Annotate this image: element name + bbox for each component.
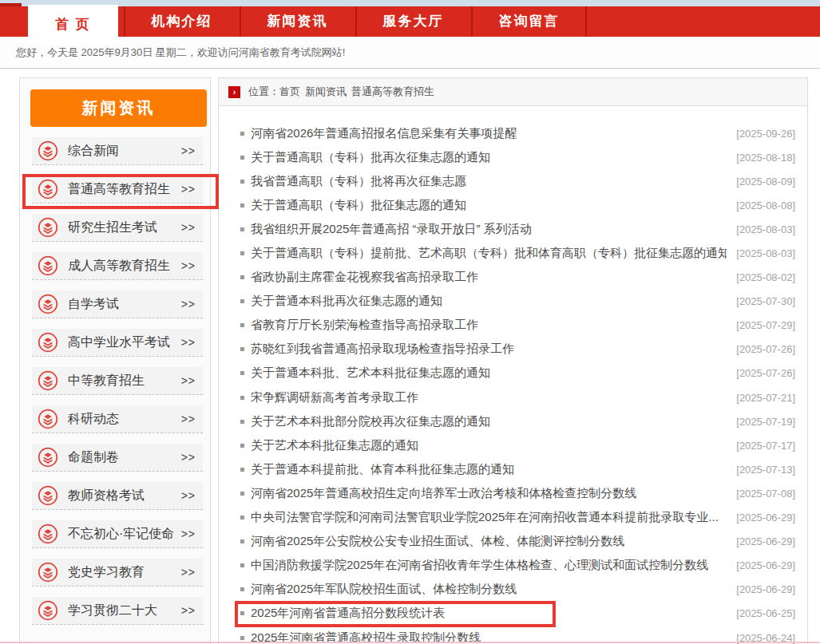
sidebar-item[interactable]: 高中学业水平考试 >> bbox=[32, 329, 203, 357]
main-navigation: 首 页 机构介绍 新闻资讯 服务大厅 咨询留言 bbox=[0, 6, 820, 37]
news-item-date: [2025-06-29] bbox=[736, 512, 795, 523]
news-item-date: [2025-07-08] bbox=[736, 488, 795, 500]
news-item-date: [2025-08-02] bbox=[736, 271, 795, 283]
bullet-icon bbox=[240, 468, 244, 472]
news-item-row: 关于普通高职（专科）批征集志愿的通知 [2025-08-08] bbox=[219, 193, 807, 217]
news-item-title[interactable]: 中央司法警官学院和河南司法警官职业学院2025年在河南招收普通本科提前批录取专业… bbox=[251, 510, 719, 525]
news-item-date: [2025-07-17] bbox=[736, 440, 795, 452]
nav-tab-message[interactable]: 咨询留言 bbox=[473, 6, 585, 37]
sidebar-item[interactable]: 学习贯彻二十大 >> bbox=[32, 597, 203, 625]
news-item-date: [2025-08-18] bbox=[736, 152, 795, 164]
news-item-date: [2025-07-26] bbox=[736, 367, 795, 379]
sidebar-item[interactable]: 研究生招生考试 >> bbox=[32, 214, 203, 242]
sidebar-item[interactable]: 不忘初心·牢记使命 >> bbox=[32, 520, 203, 548]
sidebar-item[interactable]: 中等教育招生 >> bbox=[32, 367, 203, 395]
news-item-title[interactable]: 宋争辉调研新高考首考录取工作 bbox=[251, 390, 418, 405]
news-item-date: [2025-08-09] bbox=[736, 176, 795, 188]
greeting-bar: 您好，今天是 2025年9月30日 星期二，欢迎访问河南省教育考试院网站! bbox=[0, 37, 820, 69]
news-list: 河南省2026年普通高招报名信息采集有关事项提醒 [2025-09-26] 关于… bbox=[219, 106, 807, 644]
nav-tab-home[interactable]: 首 页 bbox=[28, 5, 118, 45]
news-item-row: 河南省2025年军队院校招生面试、体检控制分数线 [2025-06-29] bbox=[219, 578, 807, 602]
sidebar-list: 综合新闻 >> 普通高等教育招生 >> 研究生招生考试 >> 成人高等教育招生 … bbox=[32, 137, 203, 635]
news-item-title[interactable]: 苏晓红到我省普通高招录取现场检查指导招录工作 bbox=[251, 342, 514, 357]
news-item-row: 关于普通本科批、艺术本科批征集志愿的通知 [2025-07-26] bbox=[219, 362, 807, 385]
chevron-right-icon: >> bbox=[181, 604, 196, 617]
news-item-title[interactable]: 关于普通高职（专科）批再次征集志愿的通知 bbox=[251, 150, 490, 165]
news-item-date: [2025-07-26] bbox=[736, 343, 795, 355]
sidebar-item[interactable]: 党史学习教育 >> bbox=[32, 559, 203, 587]
sidebar-item-label: 研究生招生考试 bbox=[68, 219, 157, 236]
layers-icon bbox=[38, 447, 58, 468]
breadcrumb-prefix: 位置： bbox=[248, 85, 279, 97]
news-item-date: [2025-06-29] bbox=[736, 535, 795, 547]
bullet-icon bbox=[240, 587, 244, 591]
news-item-row: 省教育厅厅长别荣海检查指导高招录取工作 [2025-07-29] bbox=[219, 314, 807, 338]
sidebar-item-label: 科研动态 bbox=[68, 411, 119, 428]
news-item-row: 河南省2025年公安院校公安专业招生面试、体检、体能测评控制分数线 [2025-… bbox=[219, 530, 807, 554]
sidebar-item-label: 教师资格考试 bbox=[68, 488, 145, 504]
news-item-title[interactable]: 河南省2025年公安院校公安专业招生面试、体检、体能测评控制分数线 bbox=[251, 534, 624, 549]
news-item-title[interactable]: 省政协副主席霍金花视察我省高招录取工作 bbox=[251, 270, 478, 285]
news-item-title[interactable]: 河南省2026年普通高招报名信息采集有关事项提醒 bbox=[251, 126, 517, 141]
chevron-right-icon: >> bbox=[181, 221, 196, 234]
chevron-right-icon: >> bbox=[181, 374, 196, 387]
breadcrumb-arrow-icon: › bbox=[228, 86, 240, 98]
bullet-icon bbox=[240, 323, 244, 327]
sidebar-title: 新闻资讯 bbox=[30, 89, 207, 127]
news-item-row: 苏晓红到我省普通高招录取现场检查指导招录工作 [2025-07-26] bbox=[219, 338, 807, 362]
chevron-right-icon: >> bbox=[181, 298, 196, 310]
layers-icon bbox=[38, 562, 58, 583]
sidebar-item[interactable]: 综合新闻 >> bbox=[32, 137, 203, 165]
chevron-right-icon: >> bbox=[181, 451, 196, 464]
news-item-date: [2025-07-13] bbox=[736, 464, 795, 476]
news-item-title[interactable]: 2025年河南省普通高招分数段统计表 bbox=[251, 606, 445, 621]
bullet-icon bbox=[240, 299, 244, 303]
chevron-right-icon: >> bbox=[181, 336, 196, 349]
news-item-title[interactable]: 关于艺术本科批征集志愿的通知 bbox=[251, 438, 418, 453]
nav-tab-about[interactable]: 机构介绍 bbox=[125, 6, 238, 37]
sidebar-item-label: 命题制卷 bbox=[68, 449, 119, 466]
sidebar-item[interactable]: 命题制卷 >> bbox=[32, 444, 203, 472]
bullet-icon bbox=[240, 251, 244, 255]
news-item-title[interactable]: 关于普通本科批再次征集志愿的通知 bbox=[251, 294, 442, 309]
news-item-title[interactable]: 关于普通高职（专科）提前批、艺术高职（专科）批和体育高职（专科）批征集志愿的通知 bbox=[251, 246, 727, 261]
news-item-row: 河南省2026年普通高招报名信息采集有关事项提醒 [2025-09-26] bbox=[219, 121, 807, 145]
sidebar-item[interactable]: 自学考试 >> bbox=[32, 290, 203, 318]
news-item-date: [2025-06-29] bbox=[736, 583, 795, 595]
bullet-icon bbox=[240, 180, 244, 184]
layers-icon bbox=[38, 485, 58, 506]
news-item-title[interactable]: 我省普通高职（专科）批将再次征集志愿 bbox=[251, 174, 466, 189]
news-item-title[interactable]: 我省组织开展2025年普通高招 “录取开放日” 系列活动 bbox=[251, 222, 532, 237]
sidebar-item[interactable]: 科研动态 >> bbox=[32, 405, 203, 433]
news-item-title[interactable]: 中国消防救援学院2025年在河南省招收青年学生体格检查、心理测试和面试控制分数线 bbox=[251, 558, 708, 573]
bullet-icon bbox=[240, 492, 244, 496]
bullet-icon bbox=[240, 227, 244, 231]
news-item-row: 中国消防救援学院2025年在河南省招收青年学生体格检查、心理测试和面试控制分数线… bbox=[219, 554, 807, 578]
news-item-title[interactable]: 河南省2025年普通高校招生定向培养军士政治考核和体格检查控制分数线 bbox=[251, 486, 636, 501]
news-item-title[interactable]: 关于普通本科提前批、体育本科批征集志愿的通知 bbox=[251, 462, 514, 477]
breadcrumb-home[interactable]: 首页 bbox=[279, 85, 300, 97]
nav-tab-service-hall[interactable]: 服务大厅 bbox=[357, 6, 469, 37]
sidebar-item[interactable]: 普通高等教育招生 >> bbox=[32, 176, 203, 203]
news-item-title[interactable]: 关于普通本科批、艺术本科批征集志愿的通知 bbox=[251, 365, 490, 381]
bullet-icon bbox=[240, 203, 244, 207]
sidebar-item[interactable]: 教师资格考试 >> bbox=[32, 482, 203, 510]
layers-icon bbox=[38, 140, 58, 161]
news-item-title[interactable]: 关于艺术本科批部分院校再次征集志愿的通知 bbox=[251, 414, 490, 429]
nav-divider bbox=[585, 6, 587, 37]
breadcrumb-higher-education[interactable]: 普通高等教育招生 bbox=[351, 85, 434, 97]
news-item-row: 关于艺术本科批部分院校再次征集志愿的通知 [2025-07-19] bbox=[219, 409, 807, 433]
news-item-title[interactable]: 省教育厅厅长别荣海检查指导高招录取工作 bbox=[251, 318, 478, 333]
news-item-row: 省政协副主席霍金花视察我省高招录取工作 [2025-08-02] bbox=[219, 266, 807, 290]
bullet-icon bbox=[240, 396, 244, 400]
news-item-row: 关于普通高职（专科）提前批、艺术高职（专科）批和体育高职（专科）批征集志愿的通知… bbox=[219, 241, 807, 265]
bullet-icon bbox=[240, 347, 244, 351]
sidebar-item[interactable]: 成人高等教育招生 >> bbox=[32, 252, 203, 280]
nav-tab-news[interactable]: 新闻资讯 bbox=[241, 6, 354, 37]
news-item-title[interactable]: 关于普通高职（专科）批征集志愿的通知 bbox=[251, 198, 466, 213]
news-item-date: [2025-08-03] bbox=[736, 247, 795, 259]
news-item-date: [2025-08-08] bbox=[736, 200, 795, 211]
news-item-title[interactable]: 河南省2025年军队院校招生面试、体检控制分数线 bbox=[251, 582, 517, 597]
news-item-row: 关于普通本科提前批、体育本科批征集志愿的通知 [2025-07-13] bbox=[219, 457, 807, 481]
breadcrumb-news[interactable]: 新闻资讯 bbox=[305, 85, 347, 97]
